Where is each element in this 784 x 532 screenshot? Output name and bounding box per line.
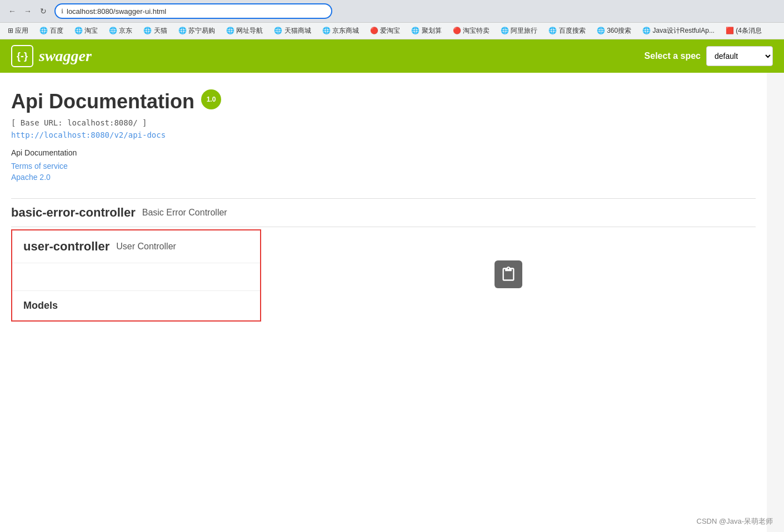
bookmark-temaote[interactable]: 🔴 淘宝特卖 [451, 25, 492, 37]
version-badge: 1.0 [201, 89, 221, 109]
basic-error-controller-header[interactable]: basic-error-controller Basic Error Contr… [11, 198, 756, 227]
bookmark-csdn[interactable]: 🟥 (4条消息 [723, 25, 764, 37]
bookmark-360[interactable]: 🌐 360搜索 [595, 25, 633, 37]
terms-of-service-link[interactable]: Terms of service [11, 162, 756, 170]
bookmark-tmall[interactable]: 🌐 天猫商城 [272, 25, 313, 37]
api-title: Api Documentation [11, 90, 194, 113]
highlighted-section: user-controller User Controller Models [11, 229, 261, 322]
nav-buttons: ← → ↻ [6, 4, 50, 18]
swagger-logo: {-} swagger [11, 45, 92, 67]
bookmark-aitaobao[interactable]: 🔴 爱淘宝 [368, 25, 402, 37]
swagger-main: Api Documentation 1.0 [ Base URL: localh… [0, 73, 767, 532]
right-col [261, 227, 756, 322]
spec-select[interactable]: default [706, 46, 773, 66]
bookmark-java[interactable]: 🌐 Java设计RestfulAp... [640, 25, 717, 37]
api-links: Terms of service Apache 2.0 [11, 162, 756, 182]
lower-section: user-controller User Controller Models [11, 227, 756, 322]
bookmarks-bar: ⊞ 应用 🌐 百度 🌐 淘宝 🌐 京东 🌐 天猫 🌐 苏宁易购 🌐 网址导航 🌐… [0, 23, 784, 39]
browser-chrome: ← → ↻ ℹ localhost:8080/swagger-ui.html [0, 0, 784, 23]
user-controller-inner: user-controller User Controller [23, 239, 249, 254]
bookmark-nav[interactable]: 🌐 网址导航 [224, 25, 265, 37]
footer-watermark: CSDN @Java-呆萌老师 [697, 516, 773, 526]
url-text: localhost:8080/swagger-ui.html [67, 7, 166, 16]
controllers-section: basic-error-controller Basic Error Contr… [11, 198, 756, 322]
user-controller-row: user-controller User Controller [12, 230, 260, 263]
center-icon-area [483, 249, 533, 299]
user-controller-desc: User Controller [116, 242, 176, 252]
paste-icon [495, 260, 522, 288]
license-link[interactable]: Apache 2.0 [11, 173, 756, 182]
api-docs-link[interactable]: http://localhost:8080/v2/api-docs [11, 131, 756, 139]
bookmark-jd[interactable]: 🌐 京东 [107, 25, 134, 37]
empty-row [12, 263, 260, 291]
bookmark-tianmao[interactable]: 🌐 天猫 [141, 25, 169, 37]
api-title-row: Api Documentation 1.0 [11, 89, 756, 114]
swagger-header: {-} swagger Select a spec default [0, 39, 784, 73]
bookmark-alitravel[interactable]: 🌐 阿里旅行 [498, 25, 540, 37]
forward-button[interactable]: → [21, 4, 34, 18]
bookmark-baidu[interactable]: 🌐 百度 [37, 25, 65, 37]
base-url: [ Base URL: localhost:8080/ ] [11, 118, 756, 127]
basic-error-controller-name: basic-error-controller [11, 205, 136, 220]
bookmark-suning[interactable]: 🌐 苏宁易购 [176, 25, 217, 37]
bookmark-apps[interactable]: ⊞ 应用 [6, 25, 31, 37]
lock-icon: ℹ [61, 8, 63, 15]
swagger-logo-text: swagger [39, 47, 92, 65]
back-button[interactable]: ← [6, 4, 19, 18]
bookmark-baidusearch[interactable]: 🌐 百度搜索 [546, 25, 587, 37]
refresh-button[interactable]: ↻ [37, 4, 50, 18]
api-info: Api Documentation 1.0 [ Base URL: localh… [11, 89, 756, 182]
select-spec-label: Select a spec [645, 51, 701, 61]
logo-symbol: {-} [17, 51, 28, 62]
swagger-logo-icon: {-} [11, 45, 33, 67]
bookmark-juhua[interactable]: 🌐 聚划算 [409, 25, 443, 37]
models-row: Models [12, 291, 260, 320]
user-controller-name: user-controller [23, 239, 109, 254]
models-label: Models [23, 300, 58, 311]
bookmark-jdmall[interactable]: 🌐 京东商城 [320, 25, 361, 37]
basic-error-controller-desc: Basic Error Controller [142, 208, 227, 218]
bookmark-taobao[interactable]: 🌐 淘宝 [72, 25, 100, 37]
api-description: Api Documentation [11, 148, 756, 157]
spec-selector: Select a spec default [645, 46, 773, 66]
left-col: user-controller User Controller Models [11, 227, 261, 322]
address-bar[interactable]: ℹ localhost:8080/swagger-ui.html [54, 3, 332, 19]
